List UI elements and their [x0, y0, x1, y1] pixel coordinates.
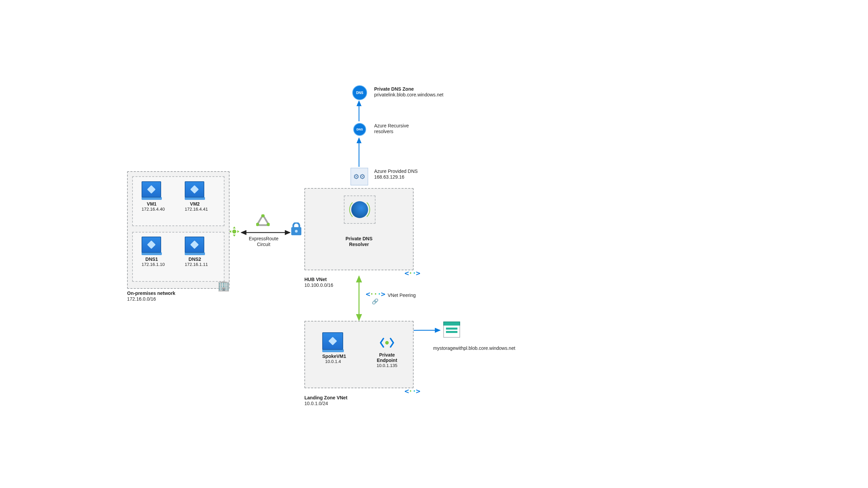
expressroute-label: ExpressRoute Circuit	[247, 236, 280, 247]
spoke-name: SpokeVM1	[322, 354, 344, 359]
vnet-peering-label: VNet Peering	[388, 293, 416, 298]
private-dns-zone-icon: DNS	[352, 85, 367, 100]
diagram-canvas: VM1 172.16.4.40 VM2 172.16.4.41 DNS1 172…	[0, 0, 868, 488]
lz-label: Landing Zone VNet 10.0.1.0/24	[304, 395, 348, 406]
onprem-cidr: 172.16.0.0/16	[127, 296, 175, 302]
private-dns-resolver	[344, 195, 376, 224]
storage-account	[443, 324, 460, 338]
expressroute-icon	[256, 214, 270, 227]
recursive-resolver-icon: DNS	[353, 123, 366, 136]
gateway-icon	[229, 226, 240, 238]
vm-icon	[322, 332, 343, 350]
vm-icon	[142, 237, 161, 253]
pe-ip: 10.0.1.135	[373, 363, 400, 368]
azure-provided-dns-icon: ⚙⚙	[351, 168, 368, 185]
storage-label: mystoragewithpl.blob.core.windows.net	[433, 345, 515, 351]
vnet-icon: <··>	[405, 387, 420, 395]
dns1-name: DNS1	[142, 256, 162, 262]
dns1: DNS1 172.16.1.10	[142, 237, 162, 267]
dns2-name: DNS2	[185, 256, 205, 262]
vnet-icon: <··>	[405, 269, 420, 277]
svg-point-5	[232, 230, 236, 234]
vm-icon	[142, 181, 161, 197]
onprem-label: On-premises network 172.16.0.0/16	[127, 291, 175, 302]
lz-cidr: 10.0.1.0/24	[304, 401, 348, 406]
vm1: VM1 172.16.4.40	[142, 181, 162, 212]
azure-provided-dns-label: Azure Provided DNS 168.63.129.16	[374, 169, 418, 180]
vm2-name: VM2	[185, 201, 205, 207]
vm2: VM2 172.16.4.41	[185, 181, 205, 212]
provided-dns-ip: 168.63.129.16	[374, 174, 418, 180]
private-zone-name: privatelink.blob.core.windows.net	[374, 92, 443, 98]
private-endpoint-icon	[380, 336, 394, 350]
resolver-label: Private DNS Resolver	[337, 236, 381, 247]
storage-icon	[443, 324, 460, 338]
spoke-vm: SpokeVM1 10.0.1.4	[322, 332, 344, 364]
hub-cidr: 10.100.0.0/16	[304, 282, 333, 288]
vm2-ip: 172.16.4.41	[185, 207, 205, 212]
provided-dns-text: Azure Provided DNS	[374, 169, 418, 174]
onprem-title: On-premises network	[127, 291, 175, 296]
dns2: DNS2 172.16.1.11	[185, 237, 205, 267]
svg-point-11	[385, 341, 389, 345]
dns2-ip: 172.16.1.11	[185, 262, 205, 267]
svg-point-10	[295, 230, 298, 233]
vnet-peering-icon: <···> 🔗	[366, 290, 385, 305]
vm1-name: VM1	[142, 201, 162, 207]
recursive-resolver-label: Azure Recursive resolvers	[374, 123, 409, 134]
hub-title: HUB VNet	[304, 277, 333, 282]
dns-resolver-icon	[351, 201, 368, 218]
private-zone-title: Private DNS Zone	[374, 86, 443, 92]
hub-label: HUB VNet 10.100.0.0/16	[304, 277, 333, 288]
private-endpoint: Private Endpoint 10.0.1.135	[373, 336, 400, 368]
private-dns-zone-label: Private DNS Zone privatelink.blob.core.w…	[374, 86, 443, 98]
vm-icon	[185, 181, 204, 197]
pe-name: Private Endpoint	[373, 352, 400, 363]
vnet-gateway-icon	[291, 222, 302, 237]
building-icon: 🏢	[217, 280, 230, 292]
lz-title: Landing Zone VNet	[304, 395, 348, 401]
vm-icon	[185, 237, 204, 253]
spoke-ip: 10.0.1.4	[322, 359, 344, 364]
vm1-ip: 172.16.4.40	[142, 207, 162, 212]
dns1-ip: 172.16.1.10	[142, 262, 162, 267]
